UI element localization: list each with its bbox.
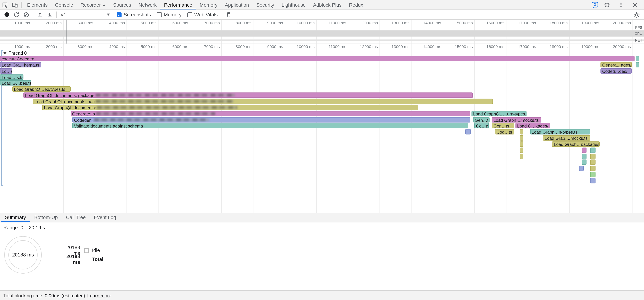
- device-toolbar-button[interactable]: [10, 0, 20, 10]
- flame-bar-load-graphq-ed-types-ts[interactable]: Load GraphQ…ed/types.ts: [12, 86, 70, 92]
- details-tab-event-log[interactable]: Event Log: [90, 213, 120, 222]
- flame-bar[interactable]: [520, 129, 523, 135]
- bar-label: Validate documents against schema: [74, 123, 143, 128]
- devtools-tab-memory[interactable]: Memory: [196, 0, 221, 10]
- checkbox-memory[interactable]: Memory: [157, 12, 182, 18]
- flame-bar-cod-ts[interactable]: Cod…ts: [495, 129, 514, 135]
- flame-bar[interactable]: [590, 154, 596, 159]
- flame-bar[interactable]: [520, 154, 523, 159]
- devtools-tab-lighthouse[interactable]: Lighthouse: [278, 0, 309, 10]
- flame-bar[interactable]: [579, 166, 584, 171]
- flame-bar[interactable]: [582, 148, 586, 153]
- flame-bar-load-graph-packages[interactable]: Load Graph…packages/: [552, 141, 600, 147]
- devtools-tab-application[interactable]: Application: [221, 0, 253, 10]
- checkbox-box[interactable]: [157, 12, 162, 17]
- flame-bar-gen-ts[interactable]: Gen…ts: [492, 123, 514, 128]
- flame-bar-lo-s[interactable]: Lo…s: [0, 68, 12, 74]
- flame-bar-codeg-ges[interactable]: Codeg…ges/: [600, 68, 632, 74]
- devtools-tab-adblock-plus[interactable]: Adblock Plus: [310, 0, 345, 10]
- flame-bar-load-graph-mocks-ts[interactable]: Load Graph…/mocks.ts: [492, 117, 542, 123]
- close-devtools-button[interactable]: [630, 0, 640, 10]
- tab-label: Security: [256, 2, 274, 8]
- flame-bar-genera-ages[interactable]: Genera…ages/: [600, 62, 632, 68]
- flame-bar-load-grap-mocks-ts[interactable]: Load Grap…/mocks.ts: [543, 135, 590, 141]
- lane-label-cpu: CPU: [634, 32, 642, 36]
- inspect-element-button[interactable]: [0, 0, 10, 10]
- tab-label: Bottom-Up: [34, 215, 58, 220]
- tick-label: 11000 ms: [328, 45, 348, 49]
- checkbox-box[interactable]: [116, 12, 122, 17]
- flame-bar[interactable]: [590, 178, 596, 183]
- flame-bar-load-s-ts[interactable]: Load …s.ts: [0, 75, 23, 80]
- flame-bar-generate-p[interactable]: Generate: p: [70, 111, 470, 116]
- delete-recording-button[interactable]: [224, 10, 234, 20]
- flame-bar-codegen[interactable]: Codegen:: [72, 117, 470, 123]
- trash-icon: [226, 11, 232, 18]
- legend-swatch: [84, 248, 89, 252]
- details-tab-bottom-up[interactable]: Bottom-Up: [30, 213, 62, 222]
- flame-bar-load-g-kages[interactable]: Load G…kages/: [516, 123, 550, 128]
- checkbox-screenshots[interactable]: Screenshots: [116, 12, 151, 18]
- flame-chart[interactable]: 1000 ms2000 ms3000 ms4000 ms5000 ms6000 …: [0, 44, 644, 213]
- bar-label: Load GraphQL documents: package: [25, 93, 94, 98]
- flame-bar-load-graphql-documents[interactable]: Load GraphQL documents:: [42, 105, 418, 110]
- devtools-tab-sources[interactable]: Sources: [110, 0, 135, 10]
- flame-bar-load-graph-n-types-ts[interactable]: Load Graph…n-types.ts: [530, 129, 590, 135]
- devtools-tab-performance[interactable]: Performance: [160, 0, 196, 10]
- history-select[interactable]: #1: [58, 11, 113, 19]
- flame-bar-load-graphql-documents-package[interactable]: Load GraphQL documents: package: [23, 92, 473, 98]
- bar-label: Load GraphQL documents:: [44, 105, 96, 110]
- flame-bar[interactable]: [636, 56, 639, 61]
- close-icon: [632, 2, 638, 8]
- learn-more-link[interactable]: Learn more: [87, 293, 112, 298]
- flame-bar-load-graphql-documents-pac[interactable]: Load GraphQL documents: pac: [33, 99, 493, 104]
- timeline-overview[interactable]: 1000 ms2000 ms3000 ms4000 ms5000 ms6000 …: [0, 20, 644, 44]
- devtools-tab-console[interactable]: Console: [52, 0, 77, 10]
- bar-label: Co…ts: [476, 123, 488, 128]
- flame-bar[interactable]: [520, 135, 523, 141]
- devtools-tab-recorder[interactable]: Recorder: [77, 0, 110, 10]
- flame-bar-executecodegen[interactable]: executeCodegen: [0, 56, 634, 61]
- tick-label: 2000 ms: [46, 45, 63, 49]
- flame-bar[interactable]: [590, 166, 596, 171]
- tick-label: 15000 ms: [454, 45, 474, 49]
- checkbox-label: Web Vitals: [194, 12, 218, 18]
- devtools-tab-network[interactable]: Network: [135, 0, 160, 10]
- flame-bar[interactable]: [590, 172, 596, 177]
- flame-bar-validate-documents-against-schema[interactable]: Validate documents against schema: [72, 123, 468, 128]
- reload-and-record-button[interactable]: [12, 10, 22, 20]
- devtools-tab-redux[interactable]: Redux: [345, 0, 367, 10]
- flame-bar-load-gra-hema-ts[interactable]: Load Gra…hema.ts: [0, 62, 41, 68]
- devtools-tab-elements[interactable]: Elements: [23, 0, 51, 10]
- details-tab-call-tree[interactable]: Call Tree: [62, 213, 90, 222]
- messages-badge[interactable]: 3: [592, 2, 598, 7]
- save-profile-button[interactable]: [45, 10, 54, 20]
- more-options-button[interactable]: [616, 0, 626, 10]
- flame-bar[interactable]: [590, 148, 596, 153]
- flame-bar-co-ts[interactable]: Co…ts: [474, 123, 488, 128]
- tab-label: Summary: [5, 215, 26, 220]
- clear-recording-button[interactable]: [22, 10, 31, 20]
- flame-bar[interactable]: [582, 160, 586, 165]
- flame-bar[interactable]: [582, 154, 586, 159]
- checkbox-web-vitals[interactable]: Web Vitals: [187, 12, 218, 18]
- flame-bar[interactable]: [466, 129, 470, 135]
- bar-label: executeCodegen: [2, 56, 34, 61]
- record-button[interactable]: [2, 10, 12, 20]
- flame-bar[interactable]: [520, 148, 523, 153]
- checkbox-box[interactable]: [187, 12, 192, 17]
- tick-label: 7000 ms: [204, 45, 222, 49]
- flame-bar-gen-ts[interactable]: Gen…ts: [473, 117, 490, 123]
- flame-bar[interactable]: [636, 62, 639, 68]
- devtools-tab-security[interactable]: Security: [253, 0, 278, 10]
- legend-value: 20188 ms: [60, 254, 80, 265]
- load-profile-button[interactable]: [35, 10, 45, 20]
- flame-bar-load-graphql-urn-types-ts[interactable]: Load GraphQL …urn-types.ts: [472, 111, 526, 116]
- flame-bar-load-g-pes-ts[interactable]: Load G…pes.ts: [0, 80, 31, 86]
- settings-button[interactable]: [602, 0, 612, 10]
- details-tab-summary[interactable]: Summary: [1, 213, 30, 222]
- flame-bar[interactable]: [520, 141, 523, 147]
- legend-label: Total: [92, 256, 103, 262]
- flame-bar[interactable]: [590, 160, 596, 165]
- capture-settings-button[interactable]: [632, 10, 642, 20]
